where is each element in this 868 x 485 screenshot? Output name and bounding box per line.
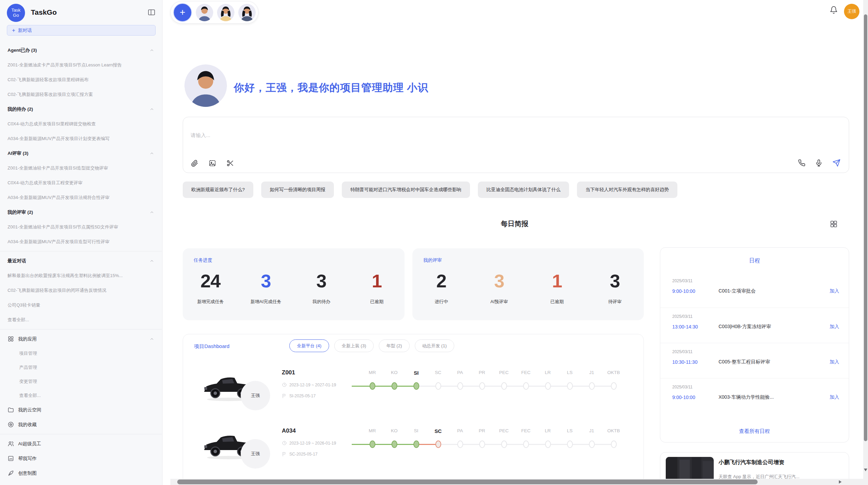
schedule-join-link[interactable]: 加入 bbox=[826, 288, 839, 294]
assistant-avatar-1[interactable] bbox=[196, 4, 213, 21]
vertical-scrollbar[interactable] bbox=[863, 0, 868, 485]
schedule-join-link[interactable]: 加入 bbox=[826, 359, 839, 365]
sidebar-item-write-icon[interactable]: 帮我写作 bbox=[8, 451, 154, 466]
schedule-join-link[interactable]: 加入 bbox=[826, 324, 839, 330]
sidebar-task-item[interactable]: C0X4-动力总成开发项目SI里程碑提交物检查 bbox=[8, 116, 154, 131]
sidebar-item-people-icon[interactable]: AI超级员工 bbox=[8, 436, 154, 451]
sidebar-group-title[interactable]: Agent已办 (3) bbox=[8, 43, 154, 58]
sidebar-item-label: AI超级员工 bbox=[18, 441, 41, 447]
sidebar-recent-item[interactable]: 公司Q3轻卡销量 bbox=[8, 298, 154, 312]
sidebar-item-star-icon[interactable]: 我的收藏 bbox=[8, 417, 154, 432]
horizontal-scrollbar[interactable] bbox=[170, 479, 863, 485]
sidebar-app-item[interactable]: 产品管理 bbox=[8, 360, 154, 374]
attachment-icon[interactable] bbox=[191, 159, 198, 167]
new-chat-button[interactable]: + 新对话 bbox=[7, 25, 156, 36]
phone-icon[interactable] bbox=[798, 159, 806, 167]
stat-cell: 1已逾期 bbox=[349, 271, 405, 320]
sidebar-app-item[interactable]: 项目管理 bbox=[8, 346, 154, 360]
project-owner-badge: 王强 bbox=[241, 381, 270, 410]
assistant-avatar-3[interactable] bbox=[238, 4, 256, 21]
sidebar-item-folder-icon[interactable]: 我的云空间 bbox=[8, 402, 154, 417]
sidebar-recent-more-link[interactable]: 查看全部... bbox=[8, 312, 154, 327]
stat-label: 已逾期 bbox=[370, 299, 384, 305]
sidebar-item-draw-icon[interactable]: 创意制图 bbox=[8, 466, 154, 481]
image-icon[interactable] bbox=[208, 159, 216, 167]
sidebar-app-item[interactable]: 查看全部... bbox=[8, 388, 154, 402]
news-title: 小鹏飞行汽车制造公司增资 bbox=[719, 459, 784, 466]
sidebar-group-title[interactable]: 我的待办 (2) bbox=[8, 102, 154, 116]
sidebar-recent-item[interactable]: 解释最新出台的欧盟报废车法规再生塑料比例被调至15%... bbox=[8, 268, 154, 283]
sidebar-group-title-recent[interactable]: 最近对话 bbox=[8, 253, 154, 268]
project-owner-badge: 王强 bbox=[241, 439, 270, 469]
milestone-label: LR bbox=[545, 370, 551, 377]
schedule-entry[interactable]: 2025/03/119:00-10:00X003-车辆动力学性能验...加入 bbox=[660, 378, 849, 413]
dashboard-tab[interactable]: 动总开发 (1) bbox=[415, 339, 455, 352]
dashboard-tab[interactable]: 全新平台 (4) bbox=[289, 339, 329, 352]
view-all-schedule-link[interactable]: 查看所有日程 bbox=[660, 428, 849, 435]
microphone-icon[interactable] bbox=[815, 159, 823, 167]
suggestion-chip[interactable]: 特朗普可能对进口汽车增税会对中国车企造成哪些影响 bbox=[342, 182, 470, 198]
sidebar-task-item[interactable]: C0X4-动力总成开发项目工程变更评审 bbox=[8, 175, 154, 190]
suggestion-chip[interactable]: 当下年轻人对汽车外观有怎样的喜好趋势 bbox=[577, 182, 677, 198]
milestone-label: SI bbox=[414, 428, 419, 435]
flag-icon bbox=[282, 393, 287, 398]
suggestion-chip[interactable]: 欧洲新规最近颁布了什么? bbox=[183, 182, 253, 198]
stat-value: 1 bbox=[552, 271, 562, 291]
sidebar-group-title[interactable]: AI评审 (3) bbox=[8, 146, 154, 161]
milestone-dot bbox=[391, 382, 397, 390]
schedule-entry[interactable]: 2025/03/1113:00-14:30C003|H0B-方案冻结评审加入 bbox=[660, 308, 849, 343]
milestone-label: MR bbox=[369, 428, 376, 435]
stat-value: 3 bbox=[494, 271, 504, 291]
milestone-connector bbox=[592, 386, 614, 387]
milestone-connector bbox=[526, 444, 548, 445]
sidebar-task-item[interactable]: A034-全新新能源MUV产品开发项目计划变更表编写 bbox=[8, 131, 154, 146]
sidebar-item-my-apps[interactable]: 我的应用 bbox=[8, 332, 154, 346]
project-row-Z001[interactable]: 王强Z0012023-12-19 ~ 2027-01-19SI-2025-05-… bbox=[183, 366, 643, 421]
schedule-entry[interactable]: 2025/03/119:00-10:00C001-立项审批会加入 bbox=[660, 272, 849, 308]
assistant-avatar-2[interactable] bbox=[217, 4, 234, 21]
briefing-layout-icon[interactable] bbox=[830, 220, 838, 228]
milestone-dot bbox=[545, 440, 551, 448]
scroll-down-arrow-icon[interactable] bbox=[864, 469, 867, 471]
project-code: A034 bbox=[282, 427, 296, 434]
user-avatar[interactable]: 王强 bbox=[844, 4, 859, 19]
vertical-scrollbar-thumb[interactable] bbox=[864, 14, 867, 441]
milestone-dot bbox=[435, 440, 441, 448]
send-icon[interactable] bbox=[832, 159, 841, 167]
notification-bell-icon[interactable] bbox=[830, 6, 838, 14]
logo-line1: Task bbox=[11, 8, 21, 13]
stat-value: 24 bbox=[201, 271, 220, 291]
schedule-entry[interactable]: 2025/03/1110:30-11:30C005-整车工程目标评审加入 bbox=[660, 343, 849, 378]
suggestion-chip[interactable]: 如何写一份清晰的项目周报 bbox=[261, 182, 334, 198]
milestone-connector bbox=[372, 444, 394, 445]
sidebar-task-item[interactable]: Z001-全新燃油轻卡产品开发项目SI造型提交物评审 bbox=[8, 161, 154, 175]
scissors-icon[interactable] bbox=[226, 159, 234, 167]
add-assistant-button[interactable]: + bbox=[173, 3, 192, 22]
sidebar-task-item[interactable]: A034-全新新能源MUV产品开发项目造型可行性评审 bbox=[8, 234, 154, 249]
sidebar-group-title[interactable]: 我的评审 (2) bbox=[8, 205, 154, 220]
suggestion-chip[interactable]: 比亚迪全固态电池计划具体说了什么 bbox=[478, 182, 569, 198]
stat-label: AI预评审 bbox=[490, 299, 508, 305]
sidebar-group-label: 我的评审 (2) bbox=[8, 209, 33, 215]
sidebar-task-item[interactable]: A034-全新新能源MUV产品开发项目法规符合性评审 bbox=[8, 190, 154, 205]
schedule-join-link[interactable]: 加入 bbox=[826, 394, 839, 400]
composer-input[interactable] bbox=[191, 132, 465, 138]
horizontal-scrollbar-thumb[interactable] bbox=[177, 480, 758, 484]
project-row-A034[interactable]: 王强A0342023-12-19 ~ 2026-01-19SC-2025-05-… bbox=[183, 425, 643, 479]
stat-row: 2进行中3AI预评审1已逾期3待评审 bbox=[412, 271, 644, 320]
dashboard-tab[interactable]: 年型 (2) bbox=[379, 339, 410, 352]
sidebar-recent-item[interactable]: C02-飞腾新能源轻客改款项目的闭环通告反馈情况 bbox=[8, 283, 154, 298]
dashboard-tab[interactable]: 全新上装 (3) bbox=[334, 339, 374, 352]
sidebar-task-item[interactable]: Z001-全新燃油皮卡产品开发项目SI节点Lesson Learn报告 bbox=[8, 58, 154, 72]
sidebar-task-item[interactable]: C02-飞腾新能源轻客改款项目里程碑画布 bbox=[8, 72, 154, 87]
milestone-label: J1 bbox=[589, 428, 594, 435]
milestone-label: LS bbox=[567, 370, 573, 377]
sidebar-task-item[interactable]: Z001-全新燃油轻卡产品开发项目SI节点属性5D文件评审 bbox=[8, 220, 154, 234]
sidebar-app-item[interactable]: 变更管理 bbox=[8, 374, 154, 388]
scroll-right-arrow-icon[interactable] bbox=[839, 480, 842, 484]
project-code: Z001 bbox=[282, 369, 295, 376]
sidebar-collapse-icon[interactable] bbox=[147, 8, 156, 16]
composer[interactable] bbox=[183, 117, 849, 173]
sidebar-task-item[interactable]: C02-飞腾新能源轻客改款项目立项汇报方案 bbox=[8, 87, 154, 102]
milestone-connector bbox=[460, 386, 482, 387]
